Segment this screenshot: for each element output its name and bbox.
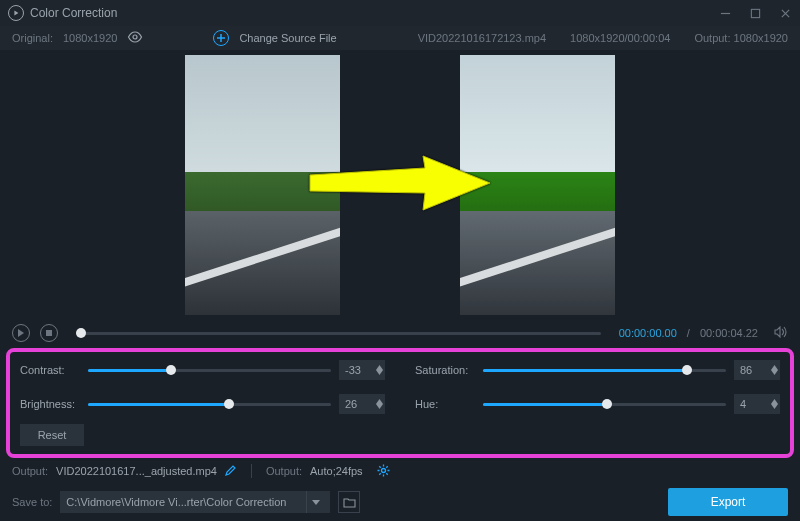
save-path-dropdown[interactable]: C:\Vidmore\Vidmore Vi...rter\Color Corre… bbox=[60, 491, 330, 513]
seek-slider[interactable] bbox=[76, 332, 601, 335]
output-format: Auto;24fps bbox=[310, 465, 363, 477]
contrast-spinner[interactable]: -33 bbox=[339, 360, 385, 380]
stop-button[interactable] bbox=[40, 324, 58, 342]
minimize-button[interactable] bbox=[710, 0, 740, 26]
reset-button[interactable]: Reset bbox=[20, 424, 84, 446]
time-current: 00:00:00.00 bbox=[619, 327, 677, 339]
output-format-label: Output: bbox=[266, 465, 302, 477]
save-to-label: Save to: bbox=[12, 496, 52, 508]
export-button[interactable]: Export bbox=[668, 488, 788, 516]
app-title: Color Correction bbox=[30, 6, 117, 20]
svg-point-4 bbox=[381, 468, 385, 472]
spinner-arrows-icon[interactable] bbox=[771, 399, 778, 409]
brightness-value: 26 bbox=[345, 398, 357, 410]
saturation-row: Saturation: 86 bbox=[415, 360, 780, 380]
brightness-row: Brightness: 26 bbox=[20, 394, 385, 414]
spinner-arrows-icon[interactable] bbox=[376, 365, 383, 375]
contrast-value: -33 bbox=[345, 364, 361, 376]
saturation-value: 86 bbox=[740, 364, 752, 376]
hue-label: Hue: bbox=[415, 398, 475, 410]
hue-spinner[interactable]: 4 bbox=[734, 394, 780, 414]
brightness-spinner[interactable]: 26 bbox=[339, 394, 385, 414]
output-info-row: Output: VID2022101617..._adjusted.mp4 Ou… bbox=[0, 458, 800, 484]
spinner-arrows-icon[interactable] bbox=[376, 399, 383, 409]
saturation-slider[interactable] bbox=[483, 369, 726, 372]
transport-bar: 00:00:00.00/00:00:04.22 bbox=[0, 320, 800, 346]
preview-area bbox=[0, 50, 800, 320]
hue-slider[interactable] bbox=[483, 403, 726, 406]
svg-rect-0 bbox=[751, 9, 759, 17]
color-sliders-panel: Contrast: -33 Saturation: 86 bbox=[6, 348, 794, 458]
titlebar: Color Correction bbox=[0, 0, 800, 26]
edit-filename-icon[interactable] bbox=[225, 464, 237, 478]
contrast-slider[interactable] bbox=[88, 369, 331, 372]
time-sep: / bbox=[687, 327, 690, 339]
output-filename: VID2022101617..._adjusted.mp4 bbox=[56, 465, 217, 477]
contrast-label: Contrast: bbox=[20, 364, 80, 376]
saturation-label: Saturation: bbox=[415, 364, 475, 376]
output-resolution: 1080x1920 bbox=[734, 32, 788, 44]
svg-rect-3 bbox=[46, 330, 52, 336]
hue-value: 4 bbox=[740, 398, 746, 410]
chevron-down-icon[interactable] bbox=[306, 491, 324, 513]
svg-marker-2 bbox=[310, 156, 490, 210]
close-button[interactable] bbox=[770, 0, 800, 26]
contrast-row: Contrast: -33 bbox=[20, 360, 385, 380]
output-label: Output: bbox=[694, 32, 730, 44]
brightness-label: Brightness: bbox=[20, 398, 80, 410]
hue-row: Hue: 4 bbox=[415, 394, 780, 414]
bottom-bar: Save to: C:\Vidmore\Vidmore Vi...rter\Co… bbox=[0, 484, 800, 520]
play-button[interactable] bbox=[12, 324, 30, 342]
source-meta: 1080x1920/00:00:04 bbox=[570, 32, 670, 44]
app-logo-icon bbox=[8, 5, 24, 21]
open-folder-button[interactable] bbox=[338, 491, 360, 513]
save-path: C:\Vidmore\Vidmore Vi...rter\Color Corre… bbox=[66, 496, 286, 508]
brightness-slider[interactable] bbox=[88, 403, 331, 406]
original-resolution: 1080x1920 bbox=[63, 32, 117, 44]
spinner-arrows-icon[interactable] bbox=[771, 365, 778, 375]
volume-icon[interactable] bbox=[774, 326, 788, 340]
original-label: Original: bbox=[12, 32, 53, 44]
saturation-spinner[interactable]: 86 bbox=[734, 360, 780, 380]
change-source-button[interactable]: Change Source File bbox=[239, 32, 336, 44]
source-filename: VID20221016172123.mp4 bbox=[418, 32, 546, 44]
info-bar: Original: 1080x1920 Change Source File V… bbox=[0, 26, 800, 50]
arrow-annotation-icon bbox=[305, 153, 495, 217]
preview-toggle-icon[interactable] bbox=[127, 31, 143, 45]
time-total: 00:00:04.22 bbox=[700, 327, 758, 339]
svg-point-1 bbox=[133, 35, 137, 39]
output-file-label: Output: bbox=[12, 465, 48, 477]
add-source-icon[interactable] bbox=[213, 30, 229, 46]
output-settings-icon[interactable] bbox=[377, 464, 390, 479]
maximize-button[interactable] bbox=[740, 0, 770, 26]
